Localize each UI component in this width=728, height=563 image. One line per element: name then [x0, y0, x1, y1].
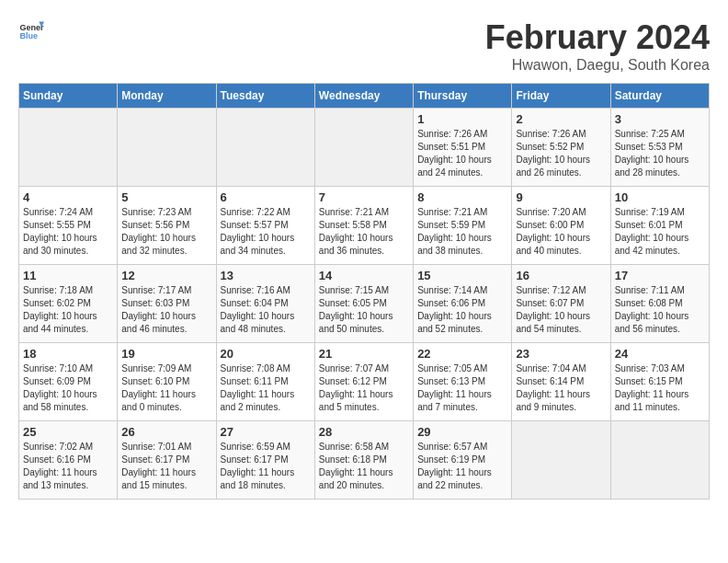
calendar-cell: 16Sunrise: 7:12 AM Sunset: 6:07 PM Dayli… [512, 265, 610, 343]
day-number: 21 [319, 347, 409, 361]
day-number: 9 [516, 190, 606, 204]
day-info: Sunrise: 7:01 AM Sunset: 6:17 PM Dayligh… [121, 441, 211, 492]
day-info: Sunrise: 7:25 AM Sunset: 5:53 PM Dayligh… [615, 128, 705, 179]
week-row-1: 1Sunrise: 7:26 AM Sunset: 5:51 PM Daylig… [19, 109, 710, 187]
day-number: 8 [417, 190, 507, 204]
day-number: 29 [417, 425, 507, 439]
day-info: Sunrise: 7:04 AM Sunset: 6:14 PM Dayligh… [516, 362, 606, 414]
title-area: February 2024 Hwawon, Daegu, South Korea [485, 18, 710, 74]
calendar-cell [216, 109, 314, 187]
calendar-table: SundayMondayTuesdayWednesdayThursdayFrid… [18, 83, 710, 500]
week-row-5: 25Sunrise: 7:02 AM Sunset: 6:16 PM Dayli… [19, 421, 710, 500]
day-number: 13 [221, 269, 311, 282]
calendar-cell [19, 109, 118, 187]
day-info: Sunrise: 6:59 AM Sunset: 6:17 PM Dayligh… [221, 441, 311, 492]
day-number: 15 [417, 269, 507, 282]
calendar-cell [512, 421, 610, 500]
day-info: Sunrise: 7:16 AM Sunset: 6:04 PM Dayligh… [221, 284, 311, 336]
day-number: 5 [121, 190, 211, 204]
calendar-cell: 2Sunrise: 7:26 AM Sunset: 5:52 PM Daylig… [512, 109, 610, 187]
calendar-cell: 6Sunrise: 7:22 AM Sunset: 5:57 PM Daylig… [216, 187, 314, 265]
calendar-cell: 19Sunrise: 7:09 AM Sunset: 6:10 PM Dayli… [118, 343, 216, 421]
day-info: Sunrise: 7:24 AM Sunset: 5:55 PM Dayligh… [23, 206, 113, 258]
day-info: Sunrise: 7:02 AM Sunset: 6:16 PM Dayligh… [23, 441, 113, 492]
calendar-cell: 11Sunrise: 7:18 AM Sunset: 6:02 PM Dayli… [19, 265, 118, 343]
calendar-cell: 4Sunrise: 7:24 AM Sunset: 5:55 PM Daylig… [19, 187, 118, 265]
day-number: 26 [121, 425, 211, 439]
week-row-4: 18Sunrise: 7:10 AM Sunset: 6:09 PM Dayli… [19, 343, 710, 421]
day-number: 22 [417, 347, 507, 361]
day-number: 4 [23, 190, 113, 204]
day-info: Sunrise: 7:15 AM Sunset: 6:05 PM Dayligh… [319, 284, 409, 336]
day-number: 7 [319, 190, 409, 204]
day-number: 20 [221, 347, 311, 361]
day-info: Sunrise: 6:57 AM Sunset: 6:19 PM Dayligh… [417, 441, 507, 492]
day-info: Sunrise: 7:03 AM Sunset: 6:15 PM Dayligh… [615, 362, 705, 414]
day-info: Sunrise: 7:18 AM Sunset: 6:02 PM Dayligh… [23, 284, 113, 336]
day-info: Sunrise: 7:26 AM Sunset: 5:51 PM Dayligh… [417, 128, 507, 179]
day-info: Sunrise: 7:17 AM Sunset: 6:03 PM Dayligh… [121, 284, 211, 336]
calendar-cell: 1Sunrise: 7:26 AM Sunset: 5:51 PM Daylig… [414, 109, 512, 187]
calendar-cell: 14Sunrise: 7:15 AM Sunset: 6:05 PM Dayli… [314, 265, 413, 343]
day-number: 18 [23, 347, 113, 361]
day-number: 27 [221, 425, 311, 439]
day-number: 24 [615, 347, 705, 361]
day-info: Sunrise: 7:26 AM Sunset: 5:52 PM Dayligh… [516, 128, 606, 179]
day-number: 23 [516, 347, 606, 361]
main-title: February 2024 [485, 18, 710, 57]
header-tuesday: Tuesday [216, 84, 314, 109]
header-thursday: Thursday [414, 84, 512, 109]
day-number: 11 [23, 269, 113, 282]
calendar-cell [314, 109, 413, 187]
calendar-cell: 5Sunrise: 7:23 AM Sunset: 5:56 PM Daylig… [118, 187, 216, 265]
calendar-cell: 12Sunrise: 7:17 AM Sunset: 6:03 PM Dayli… [118, 265, 216, 343]
day-number: 12 [121, 269, 211, 282]
calendar-cell: 3Sunrise: 7:25 AM Sunset: 5:53 PM Daylig… [610, 109, 709, 187]
day-number: 17 [615, 269, 705, 282]
calendar-cell: 8Sunrise: 7:21 AM Sunset: 5:59 PM Daylig… [414, 187, 512, 265]
calendar-cell: 26Sunrise: 7:01 AM Sunset: 6:17 PM Dayli… [118, 421, 216, 500]
header: General Blue February 2024 Hwawon, Daegu… [18, 18, 710, 74]
day-number: 6 [221, 190, 311, 204]
calendar-cell [610, 421, 709, 500]
day-number: 19 [121, 347, 211, 361]
day-number: 10 [615, 190, 705, 204]
calendar-cell: 17Sunrise: 7:11 AM Sunset: 6:08 PM Dayli… [610, 265, 709, 343]
day-info: Sunrise: 7:14 AM Sunset: 6:06 PM Dayligh… [417, 284, 507, 336]
calendar-cell: 27Sunrise: 6:59 AM Sunset: 6:17 PM Dayli… [216, 421, 314, 500]
calendar-cell: 21Sunrise: 7:07 AM Sunset: 6:12 PM Dayli… [314, 343, 413, 421]
week-row-3: 11Sunrise: 7:18 AM Sunset: 6:02 PM Dayli… [19, 265, 710, 343]
header-monday: Monday [118, 84, 216, 109]
calendar-cell: 22Sunrise: 7:05 AM Sunset: 6:13 PM Dayli… [414, 343, 512, 421]
header-friday: Friday [512, 84, 610, 109]
day-info: Sunrise: 7:10 AM Sunset: 6:09 PM Dayligh… [23, 362, 113, 414]
day-info: Sunrise: 7:21 AM Sunset: 5:58 PM Dayligh… [319, 206, 409, 258]
day-info: Sunrise: 7:20 AM Sunset: 6:00 PM Dayligh… [516, 206, 606, 258]
calendar-cell: 20Sunrise: 7:08 AM Sunset: 6:11 PM Dayli… [216, 343, 314, 421]
svg-text:Blue: Blue [19, 31, 38, 40]
calendar-cell: 9Sunrise: 7:20 AM Sunset: 6:00 PM Daylig… [512, 187, 610, 265]
day-info: Sunrise: 7:12 AM Sunset: 6:07 PM Dayligh… [516, 284, 606, 336]
header-saturday: Saturday [610, 84, 709, 109]
day-number: 14 [319, 269, 409, 282]
logo: General Blue [18, 18, 44, 44]
calendar-cell: 25Sunrise: 7:02 AM Sunset: 6:16 PM Dayli… [19, 421, 118, 500]
day-number: 2 [516, 112, 606, 126]
header-wednesday: Wednesday [314, 84, 413, 109]
calendar-cell: 13Sunrise: 7:16 AM Sunset: 6:04 PM Dayli… [216, 265, 314, 343]
day-info: Sunrise: 7:19 AM Sunset: 6:01 PM Dayligh… [615, 206, 705, 258]
week-row-2: 4Sunrise: 7:24 AM Sunset: 5:55 PM Daylig… [19, 187, 710, 265]
day-number: 1 [417, 112, 507, 126]
calendar-cell: 23Sunrise: 7:04 AM Sunset: 6:14 PM Dayli… [512, 343, 610, 421]
day-number: 28 [319, 425, 409, 439]
day-info: Sunrise: 7:21 AM Sunset: 5:59 PM Dayligh… [417, 206, 507, 258]
calendar-cell: 10Sunrise: 7:19 AM Sunset: 6:01 PM Dayli… [610, 187, 709, 265]
day-info: Sunrise: 7:22 AM Sunset: 5:57 PM Dayligh… [221, 206, 311, 258]
calendar-cell: 29Sunrise: 6:57 AM Sunset: 6:19 PM Dayli… [414, 421, 512, 500]
calendar-cell: 7Sunrise: 7:21 AM Sunset: 5:58 PM Daylig… [314, 187, 413, 265]
day-info: Sunrise: 7:08 AM Sunset: 6:11 PM Dayligh… [221, 362, 311, 414]
calendar-cell: 15Sunrise: 7:14 AM Sunset: 6:06 PM Dayli… [414, 265, 512, 343]
day-number: 3 [615, 112, 705, 126]
logo-icon: General Blue [18, 18, 44, 44]
calendar-cell [118, 109, 216, 187]
